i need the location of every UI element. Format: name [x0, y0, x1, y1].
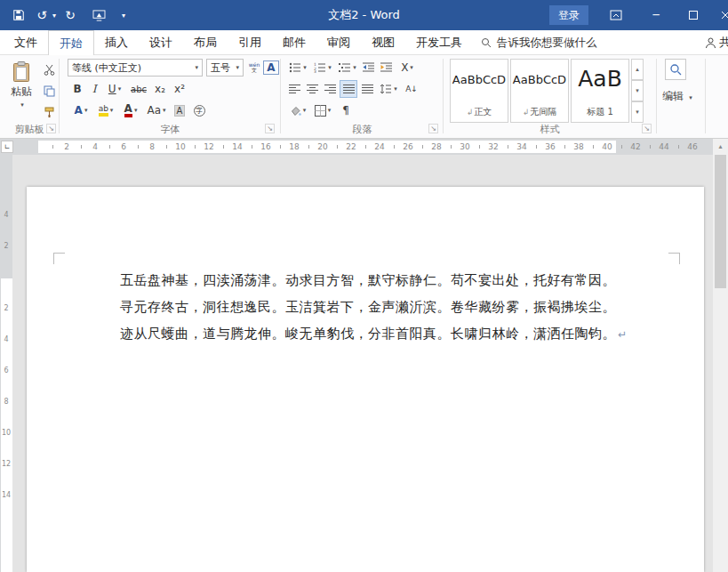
font-dialog-launcher[interactable]: ↘	[265, 124, 275, 133]
dropdown-arrow-icon: ▾	[394, 85, 397, 93]
tab-review[interactable]: 审阅	[316, 30, 361, 55]
tab-mailings[interactable]: 邮件	[272, 30, 316, 55]
styles-gallery-more-button[interactable]: ▾	[631, 101, 644, 123]
paragraph-dialog-launcher[interactable]: ↘	[428, 124, 438, 133]
text-highlight-button[interactable]: ab ▾	[94, 101, 117, 119]
tab-references[interactable]: 引用	[228, 30, 272, 55]
align-left-button[interactable]	[286, 80, 302, 98]
multilevel-list-icon	[339, 62, 351, 73]
subscript-button[interactable]: x₂	[151, 80, 169, 98]
find-button[interactable]	[665, 59, 686, 80]
minimize-button[interactable]: ─	[647, 8, 665, 22]
bullets-button[interactable]: ▾	[286, 59, 309, 77]
tab-layout[interactable]: 布局	[183, 30, 228, 55]
ruler-number: 38	[572, 141, 586, 153]
bold-button[interactable]: B	[69, 80, 85, 98]
document-page[interactable]: 五岳盘神基，四渎涌荡津。动求目方智，默守标静仁。苟不宴出处，托好有常因。 寻元存…	[27, 187, 704, 572]
show-hide-marks-button[interactable]: ¶	[338, 101, 354, 119]
ruler-number: 36	[543, 141, 557, 153]
tab-selector[interactable]: ∟	[1, 141, 13, 153]
enclose-characters-button[interactable]: 字	[190, 101, 208, 119]
dropdown-arrow-icon: ▾	[84, 107, 88, 114]
align-center-button[interactable]	[304, 80, 320, 98]
maximize-button[interactable]	[684, 8, 702, 22]
scrollbar-thumb[interactable]	[715, 155, 726, 288]
align-left-icon	[289, 84, 300, 94]
ruler-number: 30	[458, 141, 472, 153]
ruler-number: 8	[0, 398, 12, 406]
editing-menu-button[interactable]: 编辑 ▾	[654, 89, 700, 104]
scroll-up-button[interactable]: ▴	[713, 139, 728, 153]
login-button[interactable]: 登录	[549, 5, 588, 25]
style-item-normal[interactable]: AaBbCcD ↲正文	[450, 59, 508, 123]
tab-insert[interactable]: 插入	[94, 30, 139, 55]
numbering-button[interactable]: 123 ▾	[311, 59, 334, 77]
text-effects-button[interactable]: A ▾	[69, 101, 92, 119]
align-right-button[interactable]	[322, 80, 338, 98]
tab-home[interactable]: 开始	[48, 30, 94, 55]
vertical-scrollbar[interactable]: ▴	[713, 139, 728, 572]
style-item-no-spacing[interactable]: AaBbCcD ↲无间隔	[510, 59, 569, 123]
document-line[interactable]: 寻元存终古，洞往想逸民。玉洁箕岩下，金声濑沂滨。卷华藏纷雾，振褐拂埃尘。	[120, 294, 628, 320]
character-border-button[interactable]: A	[263, 59, 279, 77]
borders-button[interactable]: ▾	[311, 101, 334, 119]
decrease-indent-button[interactable]	[361, 59, 377, 77]
document-line[interactable]: 迹从尺蠖曲，道与腾龙伸。峻无单豹伐，分非首阳真。长啸归林岭，潇洒任陶钧。↵	[120, 320, 628, 348]
font-color-button[interactable]: A ▾	[119, 101, 142, 119]
scissors-icon	[44, 64, 55, 76]
horizontal-ruler[interactable]: 2468101214161820222426283032343638404244…	[0, 139, 728, 155]
line-spacing-icon	[380, 84, 392, 94]
styles-dialog-launcher[interactable]: ↘	[642, 124, 652, 133]
copy-button[interactable]	[41, 82, 57, 100]
distribute-button[interactable]	[359, 80, 375, 98]
clipboard-dialog-launcher[interactable]: ↘	[46, 124, 56, 133]
change-case-button[interactable]: Aa ▾	[144, 101, 169, 119]
titlebar: ↺ ▾ ↻ ▾ 文档2 - Word 登录 ─	[0, 0, 728, 30]
multilevel-list-button[interactable]: ▾	[336, 59, 359, 77]
character-border-icon: A	[263, 60, 278, 75]
ruler-number: 12	[0, 460, 12, 468]
share-button[interactable]: 共享	[705, 30, 728, 55]
font-name-value: 等线 (中文正文)	[72, 61, 141, 75]
italic-button[interactable]: I	[87, 80, 101, 98]
asian-layout-button[interactable]: X ▾	[396, 59, 418, 77]
justify-button[interactable]	[340, 80, 357, 98]
document-line[interactable]: 五岳盘神基，四渎涌荡津。动求目方智，默守标静仁。苟不宴出处，托好有常因。	[120, 267, 628, 294]
shading-button[interactable]: ▾	[286, 101, 309, 119]
tab-view[interactable]: 视图	[361, 30, 405, 55]
shading-bucket-icon	[290, 105, 301, 117]
strikethrough-button[interactable]: abc	[128, 80, 149, 98]
superscript-button[interactable]: x²	[171, 80, 188, 98]
tab-design[interactable]: 设计	[139, 30, 183, 55]
numbering-icon: 123	[314, 62, 326, 73]
format-painter-button[interactable]	[41, 103, 57, 121]
font-size-combo[interactable]: 五号 ▾	[206, 59, 244, 77]
dropdown-arrow-icon: ▾	[410, 64, 413, 71]
character-shading-button[interactable]: A	[171, 101, 188, 119]
ruler-tick	[451, 145, 452, 149]
tab-developer[interactable]: 开发工具	[405, 30, 473, 55]
sort-button[interactable]: A↓	[402, 80, 421, 98]
highlight-icon: ab	[99, 104, 108, 117]
paste-button[interactable]: 粘贴 ▾	[5, 59, 37, 121]
ruler-tick	[81, 145, 82, 149]
tell-me-box[interactable]: 告诉我你想要做什么	[481, 30, 597, 55]
dropdown-arrow-icon: ▾	[236, 64, 239, 71]
styles-gallery-down-button[interactable]: ▾	[631, 80, 644, 101]
phonetic-guide-icon: wén文	[249, 62, 260, 73]
vertical-ruler[interactable]: 422468101214	[0, 155, 12, 572]
cut-button[interactable]	[41, 60, 57, 78]
ruler-tick	[166, 145, 167, 149]
tab-file[interactable]: 文件	[4, 30, 48, 55]
font-name-combo[interactable]: 等线 (中文正文) ▾	[68, 59, 203, 77]
close-button[interactable]	[716, 8, 728, 22]
line-spacing-button[interactable]: ▾	[377, 80, 400, 98]
increase-indent-button[interactable]	[379, 59, 395, 77]
bullets-icon	[289, 62, 301, 73]
phonetic-guide-button[interactable]: wén文	[246, 59, 262, 77]
styles-gallery-up-button[interactable]: ▴	[631, 59, 644, 80]
ribbon-display-options-button[interactable]	[607, 8, 625, 22]
copy-icon	[44, 85, 55, 97]
style-item-heading1[interactable]: AaB 标题 1	[571, 59, 629, 123]
underline-button[interactable]: U ▾	[103, 80, 126, 98]
